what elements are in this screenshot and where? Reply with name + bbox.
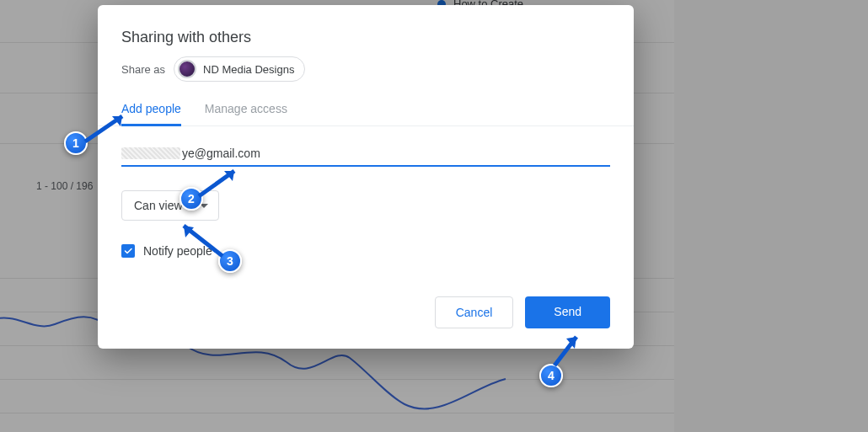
redacted-text bbox=[121, 147, 180, 159]
avatar bbox=[178, 60, 196, 78]
notify-checkbox[interactable] bbox=[121, 244, 135, 258]
tab-add-people[interactable]: Add people bbox=[121, 102, 181, 125]
email-visible-part: ye@gmail.com bbox=[182, 147, 260, 160]
notify-label: Notify people bbox=[143, 244, 212, 258]
right-cropped-region bbox=[674, 0, 868, 432]
annotation-badge-1: 1 bbox=[64, 131, 88, 155]
send-button[interactable]: Send bbox=[525, 296, 610, 328]
identity-chip[interactable]: ND Media Designs bbox=[174, 56, 305, 82]
notify-people-row: Notify people bbox=[121, 244, 610, 258]
annotation-badge-4: 4 bbox=[539, 364, 563, 387]
identity-name: ND Media Designs bbox=[203, 63, 294, 76]
share-as-label: Share as bbox=[121, 63, 165, 76]
dialog-title: Sharing with others bbox=[121, 29, 610, 46]
share-dialog: Sharing with others Share as ND Media De… bbox=[98, 5, 634, 349]
tab-manage-access[interactable]: Manage access bbox=[205, 102, 287, 125]
cancel-button[interactable]: Cancel bbox=[435, 296, 514, 328]
check-icon bbox=[123, 246, 133, 256]
permission-value: Can view bbox=[134, 199, 183, 212]
email-input[interactable]: ye@gmail.com bbox=[121, 147, 610, 167]
annotation-badge-2: 2 bbox=[179, 187, 203, 211]
dialog-tabs: Add people Manage access bbox=[98, 90, 634, 126]
permission-select[interactable]: Can view bbox=[121, 190, 219, 221]
annotation-badge-3: 3 bbox=[218, 249, 242, 273]
share-as-row: Share as ND Media Designs bbox=[121, 56, 610, 82]
